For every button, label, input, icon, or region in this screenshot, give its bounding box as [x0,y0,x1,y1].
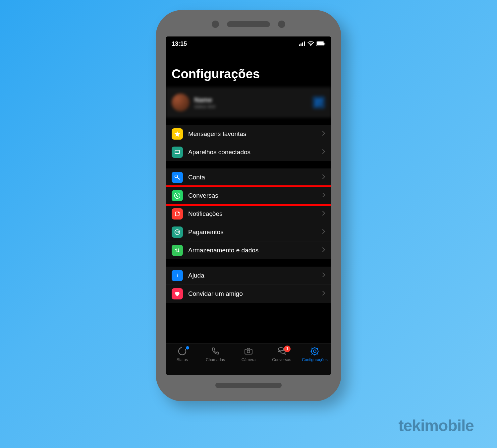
svg-point-18 [175,193,180,199]
row-label: Notificações [188,210,223,218]
chevron-right-icon [322,272,325,279]
cellular-icon [299,41,305,46]
settings-row-storage[interactable]: Armazenamento e dados [166,241,331,259]
chevron-right-icon [322,174,325,181]
svg-line-34 [311,348,312,349]
profile-name: Name [194,96,215,104]
profile-text: Name status text [194,96,215,109]
svg-rect-10 [315,103,318,106]
svg-point-4 [310,45,311,46]
svg-rect-13 [319,105,320,106]
settings-row-payments[interactable]: R$Pagamentos [166,223,331,241]
svg-rect-16 [175,154,180,154]
updown-icon [172,245,183,256]
heart-icon [172,288,183,299]
status-indicators [299,41,325,46]
chevron-right-icon [322,149,325,156]
money-icon: R$ [172,226,183,238]
chevron-right-icon [322,290,325,297]
camera-icon [244,346,253,356]
svg-rect-6 [317,42,324,45]
svg-rect-8 [315,99,318,102]
settings-row-linked[interactable]: Aparelhos conectados [166,143,331,161]
svg-rect-9 [319,99,322,102]
tab-chats[interactable]: 1Conversas [267,346,297,362]
info-icon [172,270,183,281]
badge-dot [186,346,189,350]
tab-label: Conversas [272,357,291,362]
settings-section: AjudaConvidar um amigo [166,267,331,303]
row-label: Mensagens favoritas [188,130,246,138]
settings-section: Mensagens favoritasAparelhos conectados [166,125,331,161]
svg-line-36 [311,353,312,354]
svg-rect-15 [175,150,179,153]
svg-point-20 [178,212,180,213]
svg-rect-2 [302,42,303,46]
svg-rect-12 [321,103,322,104]
svg-line-35 [317,353,318,354]
row-label: Convidar um amigo [188,290,243,297]
laptop-icon [172,147,183,158]
row-label: Pagamentos [188,228,224,236]
status-time: 13:15 [172,40,187,47]
svg-rect-11 [319,103,320,104]
phone-icon [210,346,220,356]
home-bar [215,383,282,388]
page-title: Configurações [166,51,331,87]
row-label: Aparelhos conectados [188,149,250,156]
chevron-right-icon [322,131,325,137]
row-label: Conversas [188,192,218,199]
settings-row-help[interactable]: Ajuda [166,267,331,285]
bell-icon [172,208,183,220]
gear-icon [310,346,320,356]
wifi-icon [307,41,314,46]
svg-point-25 [179,348,186,355]
key-icon [172,172,183,183]
svg-rect-23 [177,275,178,277]
tab-label: Status [177,357,188,362]
settings-section: ContaConversasNotificaçõesR$PagamentosAr… [166,168,331,259]
svg-point-27 [247,350,250,353]
settings-row-starred[interactable]: Mensagens favoritas [166,125,331,143]
tab-status[interactable]: Status [167,346,197,362]
chevron-right-icon [322,229,325,235]
star-icon [172,128,183,140]
svg-rect-1 [301,43,302,46]
row-label: Ajuda [188,272,204,279]
svg-rect-3 [304,41,305,46]
screen: 13:15 Configurações Name status text [166,36,331,375]
sensor-dot [278,21,285,28]
svg-rect-0 [299,44,300,46]
profile-row[interactable]: Name status text [166,87,331,118]
profile-status: status text [194,104,215,109]
settings-row-invite[interactable]: Convidar um amigo [166,285,331,303]
front-camera-dot [212,21,219,28]
speaker-slot [227,21,270,27]
settings-row-notif[interactable]: Notificações [166,205,331,223]
whatsapp-icon [172,190,183,201]
tab-label: Configurações [302,357,327,362]
svg-point-29 [313,350,316,352]
badge-count: 1 [284,346,291,352]
tab-label: Chamadas [206,357,225,362]
tab-settings[interactable]: Configurações [300,346,330,362]
svg-point-24 [177,274,178,275]
settings-row-chats[interactable]: Conversas [166,186,331,205]
phone-frame: 13:15 Configurações Name status text [156,10,341,401]
tab-calls[interactable]: Chamadas [200,346,230,362]
svg-text:R$: R$ [176,230,179,234]
row-label: Conta [188,174,205,181]
status-bar: 13:15 [166,36,331,51]
qr-code-icon[interactable] [312,96,325,109]
svg-rect-14 [321,105,322,106]
chevron-right-icon [322,247,325,254]
svg-line-37 [317,348,318,349]
chevron-right-icon [322,192,325,199]
tab-label: Câmera [242,357,256,362]
battery-icon [316,41,325,46]
svg-rect-7 [325,43,325,45]
watermark-text: tekimobile [399,416,474,435]
row-label: Armazenamento e dados [188,247,258,254]
tab-camera[interactable]: Câmera [234,346,263,362]
settings-row-account[interactable]: Conta [166,168,331,186]
